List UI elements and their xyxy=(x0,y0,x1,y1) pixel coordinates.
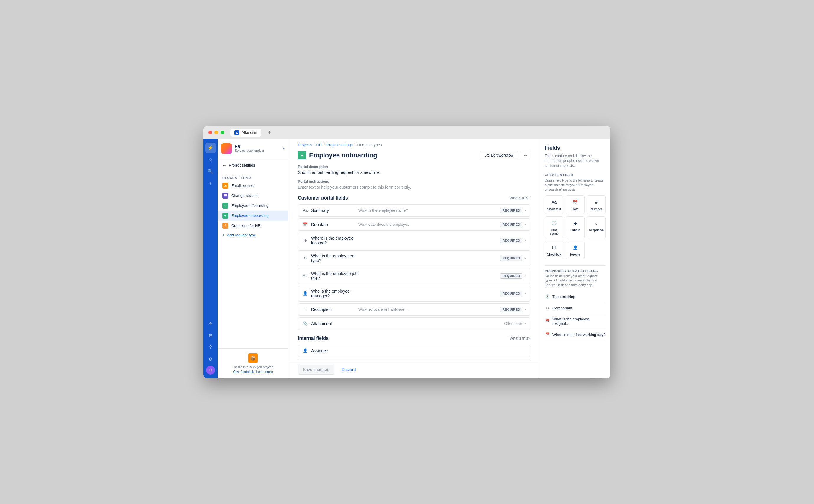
close-button[interactable] xyxy=(208,131,212,134)
icon-bar-bottom: ✈ ⊞ ? ⚙ U xyxy=(205,319,216,375)
feedback-link[interactable]: Give feedback xyxy=(233,370,254,373)
breadcrumb-hr[interactable]: HR xyxy=(316,143,322,147)
component-icon: ⊙ xyxy=(545,305,550,311)
field-row-attachment[interactable]: 📎 Attachment Offer letter › xyxy=(298,317,530,330)
summary-icon: Aa xyxy=(302,207,308,213)
workflow-icon: ⎇ xyxy=(485,153,489,157)
nav-star-icon[interactable]: ☆ xyxy=(205,154,216,165)
tab-icon xyxy=(234,130,239,135)
sidebar-item-employee-onboarding[interactable]: + Employee onboarding xyxy=(218,211,288,221)
field-type-short-text[interactable]: Aa Short text xyxy=(545,195,563,214)
breadcrumb-request-types: Request types xyxy=(357,143,382,147)
field-type-dropdown[interactable]: ⌄ Dropdown xyxy=(587,216,606,238)
nav-grid-icon[interactable]: ⊞ xyxy=(205,330,216,341)
minimize-button[interactable] xyxy=(214,131,218,134)
page-title: Employee onboarding xyxy=(309,151,377,159)
sidebar-item-questions-hr[interactable]: ? Questions for HR xyxy=(218,221,288,231)
field-type-checkbox[interactable]: ☑ Checkbox xyxy=(545,241,563,259)
sidebar-item-change-request[interactable]: ☰ Change request xyxy=(218,191,288,201)
field-name-assignee: Assignee xyxy=(311,348,358,353)
internal-fields-header: Internal fields What's this? xyxy=(298,336,530,341)
job-title-icon: Aa xyxy=(302,273,308,279)
request-types-section: Request types ✉ Email request ☰ Change r… xyxy=(218,172,288,241)
browser-tab[interactable]: Atlassian xyxy=(230,129,261,137)
portal-desc-text: Submit an onboarding request for a new h… xyxy=(298,170,530,175)
field-type-time-stamp[interactable]: 🕐 Time stamp xyxy=(545,216,563,238)
new-tab-button[interactable]: + xyxy=(265,129,274,137)
chevron-right-icon: › xyxy=(525,256,526,260)
nav-help-icon[interactable]: ? xyxy=(205,342,216,353)
chevron-right-icon: › xyxy=(525,307,526,312)
whats-this-internal[interactable]: What's this? xyxy=(510,336,530,340)
back-label: Project settings xyxy=(229,163,255,167)
whats-this-customer[interactable]: What's this? xyxy=(510,196,530,200)
icon-bar-top: ⚡ ☆ 🔍 + xyxy=(205,143,216,319)
field-desc-description: What software or hardware ... xyxy=(358,307,500,312)
field-row-due-date[interactable]: 📅 Due date What date does the employe...… xyxy=(298,218,530,231)
prev-field-time-tracking[interactable]: 🕐 Time tracking xyxy=(545,291,606,302)
breadcrumb-projects[interactable]: Projects xyxy=(298,143,312,147)
field-row-job-title[interactable]: Aa What is the employee job title? REQUI… xyxy=(298,268,530,284)
more-options-button[interactable]: ··· xyxy=(521,151,530,160)
page-title-icon: + xyxy=(298,151,306,159)
attachment-icon: 📎 xyxy=(302,321,308,327)
field-type-number[interactable]: # Number xyxy=(587,195,606,214)
add-request-label: Add request type xyxy=(227,233,256,237)
sidebar-item-label: Change request xyxy=(231,193,259,198)
change-request-icon: ☰ xyxy=(222,193,228,199)
field-row-reporter[interactable]: ⊙ Reporter xyxy=(298,359,530,361)
sidebar-item-employee-offboarding[interactable]: − Employee offboarding xyxy=(218,201,288,211)
employee-offboarding-icon: − xyxy=(222,203,228,209)
app-body: ⚡ ☆ 🔍 + ✈ ⊞ ? ⚙ U HR Service desk projec… xyxy=(203,139,611,378)
due-date-icon: 📅 xyxy=(302,222,308,228)
customer-fields-section: Customer portal fields What's this? Aa S… xyxy=(298,195,530,330)
breadcrumb-project-settings[interactable]: Project settings xyxy=(326,143,353,147)
nav-add-icon[interactable]: + xyxy=(205,178,216,189)
field-type-people[interactable]: 👤 People xyxy=(566,241,584,259)
field-row-employment-type[interactable]: ⊙ What is the employment type? REQUIRED … xyxy=(298,250,530,266)
employee-onboarding-icon: + xyxy=(222,213,228,219)
maximize-button[interactable] xyxy=(221,131,224,134)
field-row-description[interactable]: ≡ Description What software or hardware … xyxy=(298,303,530,316)
field-badge-job-title: REQUIRED xyxy=(500,273,522,279)
prev-field-component[interactable]: ⊙ Component xyxy=(545,302,606,314)
rp-title: Fields xyxy=(545,145,606,151)
prev-field-employee-resignation[interactable]: 📅 What is the employee resignat... xyxy=(545,314,606,329)
nav-send-icon[interactable]: ✈ xyxy=(205,319,216,329)
project-header[interactable]: HR Service desk project ▾ xyxy=(218,139,288,158)
add-request-type-button[interactable]: + Add request type xyxy=(218,231,288,239)
manager-icon: 👤 xyxy=(302,291,308,297)
field-type-date[interactable]: 📅 Date xyxy=(566,195,584,214)
time-stamp-label: Time stamp xyxy=(547,228,561,235)
field-row-assignee[interactable]: 👤 Assignee xyxy=(298,345,530,357)
time-tracking-icon: 🕐 xyxy=(545,294,550,299)
field-row-summary[interactable]: Aa Summary What is the employee name? RE… xyxy=(298,204,530,217)
nav-search-icon[interactable]: 🔍 xyxy=(205,166,216,177)
back-icon: ← xyxy=(222,163,226,168)
field-type-labels[interactable]: ◆ Labels xyxy=(566,216,584,238)
nav-bolt-icon[interactable]: ⚡ xyxy=(205,143,216,153)
portal-inst-label: Portal instructions xyxy=(298,179,530,184)
tab-label: Atlassian xyxy=(241,130,257,135)
internal-fields-section: Internal fields What's this? 👤 Assignee … xyxy=(298,336,530,361)
customer-fields-title: Customer portal fields xyxy=(298,195,348,201)
sidebar-item-email-request[interactable]: ✉ Email request xyxy=(218,181,288,191)
short-text-label: Short text xyxy=(547,207,561,211)
field-row-location[interactable]: ⊙ Where is the employee located? REQUIRE… xyxy=(298,233,530,248)
edit-workflow-button[interactable]: ⎇ Edit workflow xyxy=(480,151,518,159)
prev-field-last-working-day[interactable]: 📅 When is their last working day? xyxy=(545,329,606,340)
nav-settings-icon[interactable]: ⚙ xyxy=(205,354,216,365)
discard-button[interactable]: Discard xyxy=(337,365,360,374)
field-row-manager[interactable]: 👤 Who is the employee manager? REQUIRED … xyxy=(298,286,530,302)
learn-more-link[interactable]: Learn more xyxy=(256,370,273,373)
save-changes-button[interactable]: Save changes xyxy=(298,365,334,375)
employment-type-icon: ⊙ xyxy=(302,255,308,261)
field-name-manager: Who is the employee manager? xyxy=(311,289,358,298)
back-to-project-settings[interactable]: ← Project settings xyxy=(218,161,288,170)
rp-desc: Fields capture and display the informati… xyxy=(545,154,606,168)
add-icon: + xyxy=(222,233,225,237)
page-title-row: + Employee onboarding xyxy=(298,151,377,159)
date-icon: 📅 xyxy=(572,199,579,206)
customer-fields-header: Customer portal fields What's this? xyxy=(298,195,530,201)
user-avatar[interactable]: U xyxy=(206,366,215,375)
